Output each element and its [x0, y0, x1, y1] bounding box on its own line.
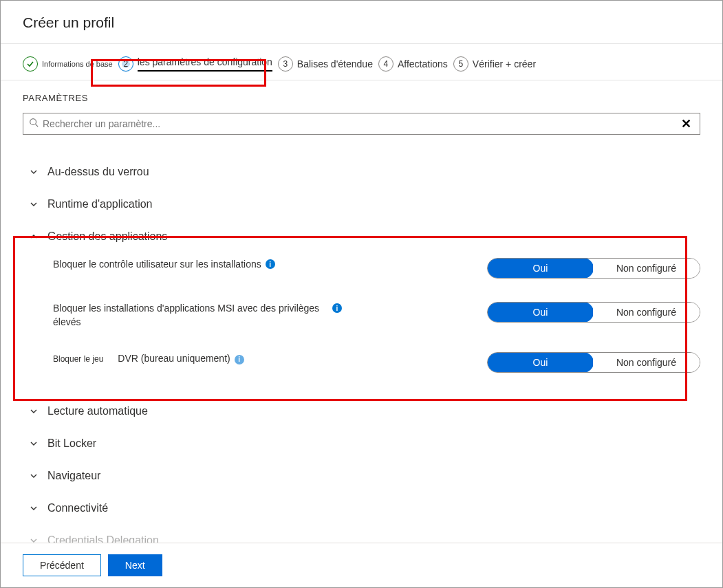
category-title: Gestion des applications [47, 230, 167, 243]
search-input[interactable]: ✕ [23, 113, 700, 135]
page-header: Créer un profil [1, 1, 722, 44]
setting-label-prefix: Bloquer le jeu [53, 353, 103, 365]
search-icon [29, 118, 39, 130]
toggle-yes[interactable]: Oui [487, 258, 594, 279]
footer: Précédent Next [1, 543, 722, 587]
toggle-yes[interactable]: Oui [487, 352, 594, 373]
chevron-down-icon [30, 439, 38, 448]
setting-row: Bloquer le contrôle utilisateur sur les … [53, 258, 700, 279]
category-toggle[interactable]: Au-dessus du verrou [23, 166, 700, 178]
svg-point-0 [30, 119, 36, 125]
category-title: Runtime d'application [47, 198, 152, 210]
category-bitlocker: Bit Locker [23, 427, 700, 459]
setting-row: Bloquer le jeu DVR (bureau uniquement) i… [53, 352, 700, 373]
category-toggle[interactable]: Navigateur [23, 470, 700, 482]
toggle[interactable]: Oui Non configuré [487, 302, 700, 323]
category-browser: Navigateur [23, 459, 700, 492]
chevron-down-icon [30, 407, 38, 415]
category-above-lock: Au-dessus du verrou [23, 155, 700, 188]
step-scope-tags[interactable]: 3 Balises d'étendue [278, 56, 373, 72]
check-icon [23, 56, 38, 72]
category-toggle[interactable]: Bit Locker [23, 437, 700, 450]
svg-line-1 [36, 124, 39, 127]
category-app-management: Gestion des applications Bloquer le cont… [23, 220, 700, 382]
chevron-down-icon [30, 200, 38, 208]
category-title: Connectivité [47, 502, 108, 514]
step-label: Balises d'étendue [297, 58, 373, 69]
step-label: Informations de base [42, 60, 113, 68]
chevron-down-icon [30, 504, 38, 512]
category-title: Bit Locker [47, 437, 96, 450]
step-label: Vérifier + créer [473, 58, 536, 69]
info-icon[interactable]: i [332, 303, 342, 313]
page-title: Créer un profil [23, 14, 700, 31]
previous-button[interactable]: Précédent [23, 554, 101, 576]
step-config[interactable]: 2 les paramètres de configuration [118, 56, 272, 72]
stepper: Informations de base 2 les paramètres de… [1, 44, 722, 80]
step-basics[interactable]: Informations de base [23, 56, 113, 72]
category-autoplay: Lecture automatique [23, 395, 700, 427]
category-toggle[interactable]: Runtime d'application [23, 198, 700, 210]
next-button[interactable]: Next [108, 554, 162, 576]
category-app-runtime: Runtime d'application [23, 188, 700, 220]
toggle-yes[interactable]: Oui [487, 302, 594, 323]
step-number-icon: 3 [278, 56, 293, 72]
step-label: les paramètres de configuration [138, 56, 272, 72]
setting-label: Bloquer les installations d'applications… [53, 302, 328, 329]
chevron-up-icon [30, 232, 38, 241]
section-title: PARAMÈTRES [23, 93, 700, 103]
step-label: Affectations [398, 58, 448, 69]
category-title: Lecture automatique [47, 405, 148, 417]
chevron-down-icon [30, 168, 38, 176]
toggle[interactable]: Oui Non configuré [487, 258, 700, 279]
step-review[interactable]: 5 Vérifier + créer [453, 56, 536, 72]
category-toggle[interactable]: Gestion des applications [23, 230, 700, 243]
info-icon[interactable]: i [266, 259, 275, 269]
setting-label: DVR (bureau uniquement) [118, 352, 230, 366]
setting-row: Bloquer les installations d'applications… [53, 302, 700, 329]
setting-label: Bloquer le contrôle utilisateur sur les … [53, 258, 261, 272]
step-number-icon: 5 [453, 56, 468, 72]
step-number-icon: 2 [118, 56, 133, 72]
category-toggle[interactable]: Connectivité [23, 502, 700, 514]
chevron-down-icon [30, 472, 38, 480]
category-title: Navigateur [47, 470, 100, 482]
step-assignments[interactable]: 4 Affectations [378, 56, 448, 72]
search-field[interactable] [39, 118, 678, 129]
toggle[interactable]: Oui Non configuré [487, 352, 700, 373]
toggle-no[interactable]: Non configuré [593, 259, 700, 278]
toggle-no[interactable]: Non configuré [593, 353, 700, 372]
close-icon[interactable]: ✕ [678, 116, 694, 131]
category-title: Au-dessus du verrou [47, 166, 149, 178]
info-icon[interactable]: i [235, 355, 244, 364]
category-toggle[interactable]: Lecture automatique [23, 405, 700, 417]
step-number-icon: 4 [378, 56, 393, 72]
category-connectivity: Connectivité [23, 492, 700, 524]
toggle-no[interactable]: Non configuré [593, 303, 700, 322]
